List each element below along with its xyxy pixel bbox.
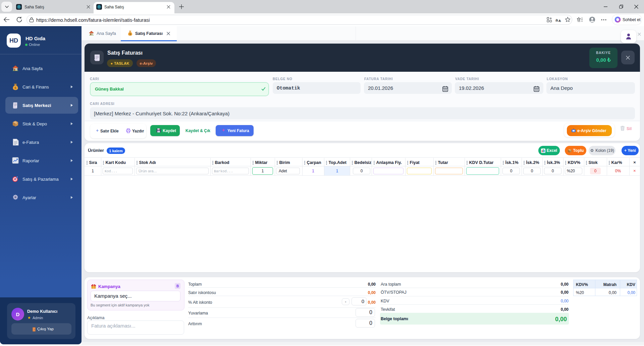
svg-text:$: $: [14, 86, 16, 90]
